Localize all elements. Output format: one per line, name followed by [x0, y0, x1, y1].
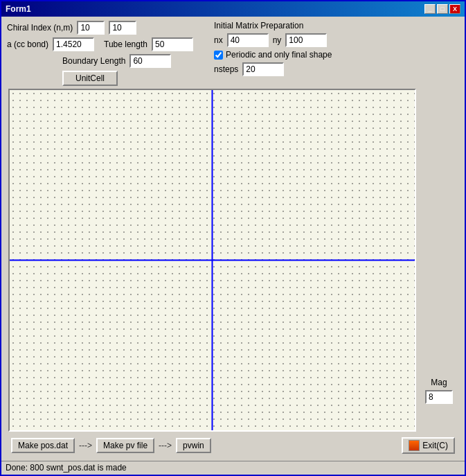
dot-grid-svg	[10, 90, 415, 430]
nx-input[interactable]	[227, 33, 269, 47]
arrow1: --->	[79, 441, 92, 450]
nsteps-input[interactable]	[242, 62, 284, 76]
boundary-length-row: Boundary Length	[62, 54, 193, 68]
chiral-index-label: Chiral Index (n,m)	[7, 23, 73, 33]
nx-label: nx	[214, 35, 223, 45]
pvwin-button[interactable]: pvwin	[176, 438, 211, 453]
mag-input[interactable]	[425, 390, 453, 404]
content-area: Chiral Index (n,m) a (cc bond) Tube leng…	[1, 17, 465, 461]
a-cc-bond-label: a (cc bond)	[7, 39, 48, 49]
ny-label: ny	[273, 35, 282, 45]
exit-label: Exit(C)	[422, 441, 448, 450]
mag-area: Mag	[416, 89, 458, 432]
status-bar: Done: 800 swnt_pos.dat is made	[1, 461, 465, 475]
chiral-m-input[interactable]	[109, 21, 136, 35]
canvas-wrapper: Mag	[8, 89, 458, 432]
nx-ny-row: nx ny	[214, 33, 332, 47]
nsteps-label: nsteps	[214, 64, 238, 74]
mag-label: Mag	[431, 378, 447, 387]
status-text: Done: 800 swnt_pos.dat is made	[6, 463, 127, 473]
chiral-n-input[interactable]	[77, 21, 105, 35]
make-pos-button[interactable]: Make pos.dat	[11, 438, 75, 453]
unit-cell-button[interactable]: UnitCell	[62, 71, 118, 86]
exit-icon	[409, 440, 420, 451]
tube-length-label: Tube length	[104, 39, 147, 49]
window-title: Form1	[6, 4, 31, 14]
initial-matrix-label: Initial Matrix Preparation	[214, 21, 332, 30]
bottom-bar: Make pos.dat ---> Make pv file ---> pvwi…	[7, 434, 459, 457]
arrow2: --->	[159, 441, 172, 450]
ny-input[interactable]	[285, 33, 327, 47]
close-button[interactable]: X	[449, 4, 460, 14]
title-bar: Form1 _ □ X	[1, 1, 465, 17]
boundary-length-label: Boundary Length	[62, 56, 125, 66]
unit-cell-row: UnitCell	[62, 71, 193, 86]
canvas-area	[8, 89, 416, 432]
a-cc-bond-row: a (cc bond) Tube length	[7, 37, 193, 51]
tube-length-input[interactable]	[152, 37, 193, 51]
main-window: Form1 _ □ X Chiral Index (n,m) a (cc bon…	[0, 0, 466, 476]
chiral-index-row: Chiral Index (n,m)	[7, 21, 193, 35]
periodic-row: Periodic and only final shape	[214, 50, 332, 60]
title-bar-buttons: _ □ X	[424, 4, 460, 14]
minimize-button[interactable]: _	[424, 4, 436, 14]
periodic-label: Periodic and only final shape	[226, 50, 332, 60]
maximize-button[interactable]: □	[437, 4, 448, 14]
make-pv-button[interactable]: Make pv file	[96, 438, 154, 453]
periodic-checkbox[interactable]	[214, 51, 223, 60]
nsteps-row: nsteps	[214, 62, 332, 76]
exit-button[interactable]: Exit(C)	[402, 437, 455, 454]
boundary-length-input[interactable]	[129, 54, 171, 68]
a-cc-bond-input[interactable]	[53, 37, 94, 51]
